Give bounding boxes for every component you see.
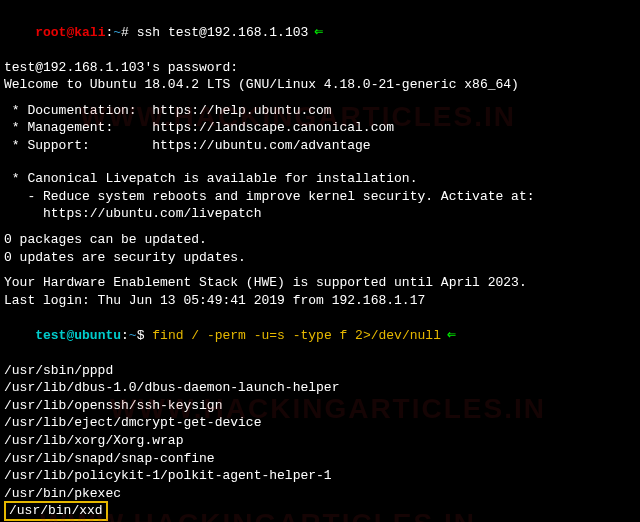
- output-line: /usr/bin/pkexec: [4, 485, 636, 503]
- prompt-line-1[interactable]: root@kali:~# ssh test@192.168.1.103⇐: [4, 6, 636, 59]
- highlight-box: /usr/bin/xxd: [4, 501, 108, 521]
- output-line: /usr/lib/policykit-1/polkit-agent-helper…: [4, 467, 636, 485]
- pkg-line-2: 0 updates are security updates.: [4, 249, 636, 267]
- last-login-line: Last login: Thu Jun 13 05:49:41 2019 fro…: [4, 292, 636, 310]
- prompt2-user: test@ubuntu: [35, 328, 121, 343]
- prompt-line-2[interactable]: test@ubuntu:~$ find / -perm -u=s -type f…: [4, 309, 636, 362]
- prompt2-path: ~: [129, 328, 137, 343]
- prompt-sep2: #: [121, 25, 137, 40]
- prompt2-sep: :: [121, 328, 129, 343]
- ssh-password-prompt: test@192.168.1.103's password:: [4, 59, 636, 77]
- prompt2-sep2: $: [137, 328, 153, 343]
- output-line: /usr/sbin/pppd: [4, 362, 636, 380]
- output-line: /usr/lib/eject/dmcrypt-get-device: [4, 414, 636, 432]
- output-line: /usr/lib/snapd/snap-confine: [4, 450, 636, 468]
- output-line-highlighted: /usr/bin/xxd: [4, 502, 636, 520]
- find-command: find / -perm -u=s -type f 2>/dev/null: [152, 328, 441, 343]
- output-line: /usr/lib/openssh/ssh-keysign: [4, 397, 636, 415]
- livepatch-line-1: * Canonical Livepatch is available for i…: [4, 170, 636, 188]
- terminal[interactable]: root@kali:~# ssh test@192.168.1.103⇐ tes…: [4, 6, 636, 522]
- doc-line: * Documentation: https://help.ubuntu.com: [4, 102, 636, 120]
- hwe-line: Your Hardware Enablement Stack (HWE) is …: [4, 274, 636, 292]
- livepatch-line-3: https://ubuntu.com/livepatch: [4, 205, 636, 223]
- support-line: * Support: https://ubuntu.com/advantage: [4, 137, 636, 155]
- arrow-left-icon: ⇐: [447, 328, 456, 343]
- output-line: /usr/lib/dbus-1.0/dbus-daemon-launch-hel…: [4, 379, 636, 397]
- arrow-left-icon: ⇐: [314, 25, 323, 40]
- livepatch-line-2: - Reduce system reboots and improve kern…: [4, 188, 636, 206]
- mgmt-line: * Management: https://landscape.canonica…: [4, 119, 636, 137]
- ssh-command: ssh test@192.168.1.103: [137, 25, 309, 40]
- prompt-path: ~: [113, 25, 121, 40]
- welcome-line: Welcome to Ubuntu 18.04.2 LTS (GNU/Linux…: [4, 76, 636, 94]
- output-line: /usr/lib/xorg/Xorg.wrap: [4, 432, 636, 450]
- pkg-line-1: 0 packages can be updated.: [4, 231, 636, 249]
- prompt-user: root@kali: [35, 25, 105, 40]
